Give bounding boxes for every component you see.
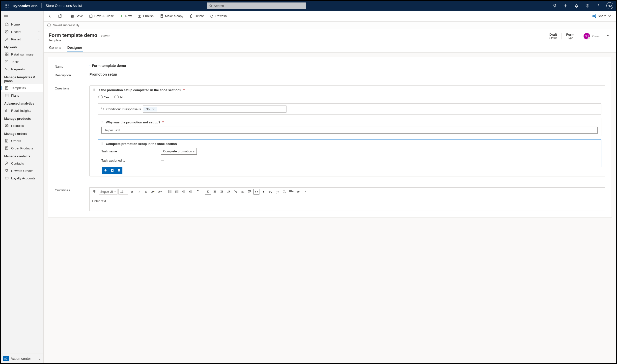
sidebar-item-recent[interactable]: Recent [1, 28, 43, 35]
delete-button[interactable]: Delete [186, 11, 207, 21]
paragraph-button[interactable]: ¶ [260, 189, 266, 195]
outdent-button[interactable] [181, 189, 187, 195]
align-center-button[interactable] [212, 189, 218, 195]
sidebar-item-contacts[interactable]: Contacts [1, 160, 43, 167]
publish-button[interactable]: Publish [135, 11, 157, 21]
copy-button[interactable]: Make a copy [157, 11, 186, 21]
copy-button[interactable] [109, 167, 115, 174]
sidebar-item-order-products[interactable]: Order Products [1, 144, 43, 152]
sidebar-item-tasks[interactable]: Tasks [1, 58, 43, 65]
font-color-button[interactable]: A [157, 189, 163, 195]
delete-button[interactable] [116, 167, 122, 174]
lightbulb-icon[interactable] [550, 1, 560, 11]
command-bar: Save Save & Close New Publish Make a cop… [44, 11, 616, 22]
remove-icon[interactable]: ✕ [152, 107, 155, 111]
underline-button[interactable]: U [143, 189, 149, 195]
sidebar-item-home[interactable]: Home [1, 21, 43, 28]
highlight-button[interactable] [150, 189, 156, 195]
sidebar-item-products[interactable]: Products [1, 122, 43, 129]
action-center[interactable]: AC Action center [1, 354, 43, 363]
sidebar-item-pinned[interactable]: Pinned [1, 35, 43, 43]
sidebar-item-retail-summary[interactable]: Retail summary [1, 51, 43, 58]
app-launcher-icon[interactable] [2, 1, 12, 11]
help-button[interactable]: ? [302, 189, 308, 195]
sidebar-item-orders[interactable]: Orders [1, 137, 43, 144]
sidebar-group-title: My work [1, 43, 43, 51]
help-icon[interactable] [593, 1, 603, 11]
task-assign-value[interactable]: --- [161, 159, 164, 162]
field-value-name[interactable]: Form template demo [92, 64, 126, 68]
add-button[interactable] [102, 167, 109, 174]
user-avatar[interactable]: NU [606, 2, 613, 9]
back-button[interactable] [45, 11, 55, 21]
tab-general[interactable]: General [49, 44, 62, 52]
italic-button[interactable]: I [136, 189, 142, 195]
bell-icon[interactable] [572, 1, 582, 11]
save-button[interactable]: Save [67, 11, 86, 21]
hamburger-icon[interactable] [1, 11, 43, 21]
request-icon [5, 67, 9, 71]
gear-icon[interactable] [583, 1, 592, 11]
link-button[interactable] [226, 189, 232, 195]
box-icon [5, 124, 9, 128]
sidebar-item-retail-insights[interactable]: Retail insights [1, 107, 43, 114]
open-button[interactable] [55, 11, 65, 21]
home-icon [5, 22, 9, 26]
svg-point-33 [298, 191, 299, 192]
radio-no[interactable]: No [114, 95, 124, 99]
field-value-description[interactable]: Promotion setup [89, 72, 117, 76]
svg-rect-15 [7, 55, 8, 56]
image-button[interactable] [247, 189, 252, 195]
quote-button[interactable]: ” [195, 189, 201, 195]
global-search[interactable]: Search [207, 2, 306, 9]
save-close-button[interactable]: Save & Close [86, 11, 117, 21]
strike-button[interactable]: abc [240, 189, 246, 195]
header-chevron-icon[interactable] [605, 32, 611, 40]
card-icon [5, 176, 9, 180]
code-button[interactable] [253, 189, 259, 195]
undo-button[interactable] [267, 189, 273, 195]
refresh-button[interactable]: Refresh [207, 11, 230, 21]
sidebar-item-loyalty-accounts[interactable]: Loyalty Accounts [1, 174, 43, 182]
sidebar-item-label: Loyalty Accounts [11, 176, 35, 180]
drag-handle-icon[interactable]: ⠿ [101, 142, 104, 146]
redo-button[interactable] [274, 189, 280, 195]
numbered-button[interactable] [174, 189, 180, 195]
sidebar-item-plans[interactable]: Plans [1, 92, 43, 99]
unlink-button[interactable] [233, 189, 239, 195]
new-button[interactable]: New [117, 11, 135, 21]
drag-handle-icon[interactable]: ⠿ [93, 88, 96, 92]
align-left-button[interactable] [205, 189, 211, 195]
sidebar-item-reward-credits[interactable]: Reward Credits [1, 167, 43, 174]
font-family-select[interactable]: Segoe UI [99, 189, 117, 195]
indent-button[interactable] [188, 189, 194, 195]
owner-avatar[interactable]: NU [584, 33, 590, 39]
helper-text-input[interactable] [101, 127, 598, 134]
sidebar-item-templates[interactable]: Templates [1, 84, 43, 92]
tab-designer[interactable]: Designer [67, 44, 83, 52]
clock-icon [5, 30, 9, 34]
sidebar-item-requests[interactable]: Requests [1, 65, 43, 73]
condition-select[interactable]: No ✕ [143, 106, 286, 112]
format-painter-icon[interactable] [92, 189, 98, 195]
task-block[interactable]: ⠿ Complete promotion setup in the shoe s… [98, 139, 601, 167]
share-button[interactable]: Share [589, 11, 615, 21]
clear-format-button[interactable] [281, 189, 287, 195]
radio-yes[interactable]: Yes [98, 95, 109, 99]
table-button[interactable] [288, 189, 294, 195]
align-right-button[interactable] [219, 189, 225, 195]
settings-button[interactable] [295, 189, 301, 195]
sub-question-block[interactable]: ⠿ Why was the promotion not set up? * [98, 118, 601, 136]
question-block[interactable]: ⠿ Is the promotion setup completed in th… [89, 85, 605, 176]
owner-label: Owner [592, 35, 600, 38]
rte-editor[interactable]: Enter text... [89, 196, 605, 211]
add-icon[interactable] [561, 1, 571, 11]
task-name-input[interactable]: Complete promotion s... [161, 148, 197, 155]
calendar-icon [5, 93, 9, 97]
svg-point-16 [5, 68, 7, 69]
drag-handle-icon[interactable]: ⠿ [101, 120, 104, 124]
bullets-button[interactable] [167, 189, 173, 195]
bold-button[interactable]: B [129, 189, 135, 195]
font-size-select[interactable]: 11 [118, 189, 128, 195]
notice-text: Saved successfully [53, 24, 79, 27]
